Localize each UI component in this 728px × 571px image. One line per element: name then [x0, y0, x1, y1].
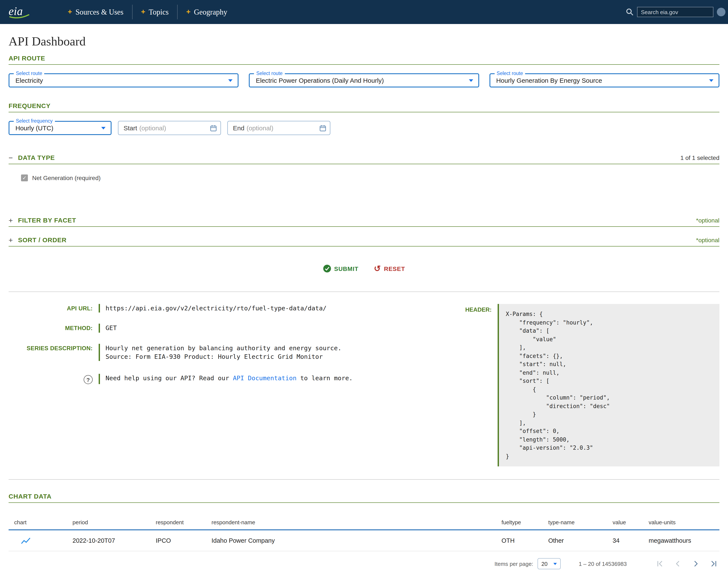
- start-date-input[interactable]: Start (optional): [118, 121, 221, 135]
- route-select-1-label: Select route: [14, 71, 44, 76]
- frequency-select-label: Select frequency: [14, 118, 55, 123]
- route-select-1-value: Electricity: [15, 77, 43, 84]
- frequency-controls: Select frequency Hourly (UTC) Start (opt…: [9, 121, 719, 135]
- sort-order-optional: *optional: [696, 237, 719, 243]
- series-description-line2: Source: Form EIA-930 Product: Hourly Ele…: [105, 352, 342, 361]
- series-description-label: SERIES DESCRIPTION:: [9, 344, 93, 361]
- api-info-left: API URL: https://api.eia.gov/v2/electric…: [9, 304, 455, 395]
- series-description-value: Hourly net generation by balancing autho…: [99, 344, 342, 361]
- cell-fueltype: OTH: [502, 537, 548, 544]
- end-date-hint: (optional): [247, 124, 273, 132]
- header-label: HEADER:: [455, 304, 491, 313]
- route-select-3-label: Select route: [494, 71, 525, 76]
- frequency-heading: FREQUENCY: [9, 102, 51, 109]
- cell-value: 34: [613, 537, 649, 544]
- data-type-heading: DATA TYPE: [18, 154, 55, 161]
- api-url-row: API URL: https://api.eia.gov/v2/electric…: [9, 304, 455, 313]
- chevron-down-icon: [229, 79, 233, 82]
- next-page-button[interactable]: [691, 559, 701, 568]
- section-rule: [9, 502, 719, 503]
- api-info-right: HEADER: X-Params: { "frequency": "hourly…: [455, 304, 719, 466]
- section-rule: [9, 164, 719, 164]
- pagination-bar: Items per page: 20 1 – 20 of 14536983: [0, 556, 728, 571]
- nav-search-area: [626, 7, 720, 17]
- nav-item-label: Sources & Uses: [76, 7, 123, 16]
- sort-order-header: + SORT / ORDER *optional: [9, 236, 719, 243]
- chart-data-header: CHART DATA: [9, 492, 719, 500]
- api-route-heading: API ROUTE: [9, 54, 45, 62]
- route-select-3[interactable]: Select route Hourly Generation By Energy…: [489, 73, 719, 88]
- row-chart-button[interactable]: [14, 537, 73, 544]
- api-route-header: API ROUTE: [9, 54, 719, 62]
- section-divider: [9, 479, 719, 480]
- chart-data-heading: CHART DATA: [9, 492, 52, 500]
- cell-value-units: megawatthours: [649, 537, 719, 544]
- check-circle-icon: [323, 264, 331, 273]
- help-icon: ?: [84, 375, 93, 384]
- form-actions: SUBMIT ↺ RESET: [9, 264, 719, 273]
- nav-item-sources-uses[interactable]: + Sources & Uses: [59, 5, 132, 19]
- col-respondent: respondent: [156, 519, 211, 526]
- filter-facet-header: + FILTER BY FACET *optional: [9, 217, 719, 224]
- submit-label: SUBMIT: [334, 265, 358, 272]
- chevron-right-icon: [691, 559, 701, 568]
- route-select-2[interactable]: Select route Electric Power Operations (…: [249, 73, 479, 88]
- end-date-label: End: [233, 124, 244, 132]
- method-value: GET: [99, 324, 117, 333]
- calendar-icon[interactable]: [210, 125, 217, 133]
- col-value: value: [613, 519, 649, 526]
- last-page-icon: [709, 559, 719, 568]
- nav-item-geography[interactable]: + Geography: [177, 5, 236, 19]
- reset-button[interactable]: ↺ RESET: [374, 265, 405, 272]
- sort-order-heading: SORT / ORDER: [18, 236, 67, 243]
- section-rule: [9, 112, 719, 112]
- chevron-left-icon: [673, 559, 682, 568]
- series-description-row: SERIES DESCRIPTION: Hourly net generatio…: [9, 344, 455, 361]
- api-url-value: https://api.eia.gov/v2/electricity/rto/f…: [99, 304, 327, 313]
- main-nav: + Sources & Uses + Topics + Geography: [59, 0, 236, 24]
- frequency-select[interactable]: Select frequency Hourly (UTC): [9, 121, 111, 135]
- filter-facet-optional: *optional: [696, 217, 719, 224]
- method-label: METHOD:: [9, 324, 93, 333]
- col-type-name: type-name: [548, 519, 613, 526]
- end-date-input[interactable]: End (optional): [227, 121, 330, 135]
- route-select-2-label: Select route: [254, 71, 285, 76]
- eia-logo[interactable]: eia: [8, 4, 32, 20]
- help-row: ? Need help using our API? Read our API …: [9, 374, 455, 384]
- chevron-down-icon: [553, 563, 557, 565]
- eia-logo-icon: eia: [8, 4, 32, 20]
- nav-item-topics[interactable]: + Topics: [132, 5, 177, 19]
- cell-respondent-name: Idaho Power Company: [211, 537, 502, 544]
- submit-button[interactable]: SUBMIT: [323, 264, 358, 273]
- chevron-down-icon: [709, 79, 713, 82]
- api-route-selects: Select route Electricity Select route El…: [9, 73, 719, 88]
- section-rule: [9, 64, 719, 65]
- col-period: period: [73, 519, 156, 526]
- previous-page-button[interactable]: [673, 559, 682, 568]
- items-per-page-label: Items per page:: [494, 561, 533, 567]
- items-per-page-value: 20: [541, 561, 548, 567]
- filter-facet-heading: FILTER BY FACET: [18, 217, 76, 224]
- items-per-page-select[interactable]: 20: [538, 558, 561, 569]
- plus-icon: +: [186, 8, 190, 16]
- last-page-button[interactable]: [709, 559, 719, 568]
- expand-plus-icon[interactable]: +: [9, 217, 13, 224]
- nav-item-label: Topics: [149, 7, 169, 16]
- reset-label: RESET: [384, 265, 405, 272]
- pagination-range: 1 – 20 of 14536983: [579, 561, 627, 567]
- start-date-hint: (optional): [139, 124, 166, 132]
- search-input[interactable]: [637, 7, 713, 17]
- route-select-1[interactable]: Select route Electricity: [9, 73, 239, 88]
- calendar-icon[interactable]: [320, 125, 326, 133]
- section-rule: [9, 246, 719, 246]
- user-circle-icon[interactable]: [717, 8, 725, 16]
- first-page-button[interactable]: [655, 559, 664, 568]
- page-title: API Dashboard: [9, 34, 719, 48]
- search-icon[interactable]: [626, 8, 634, 16]
- expand-plus-icon[interactable]: +: [9, 237, 13, 243]
- api-info: API URL: https://api.eia.gov/v2/electric…: [9, 292, 719, 479]
- help-text: Need help using our API? Read our API Do…: [99, 374, 353, 384]
- collapse-minus-icon[interactable]: −: [9, 155, 13, 161]
- nav-item-label: Geography: [194, 7, 227, 16]
- api-documentation-link[interactable]: API Documentation: [233, 375, 297, 381]
